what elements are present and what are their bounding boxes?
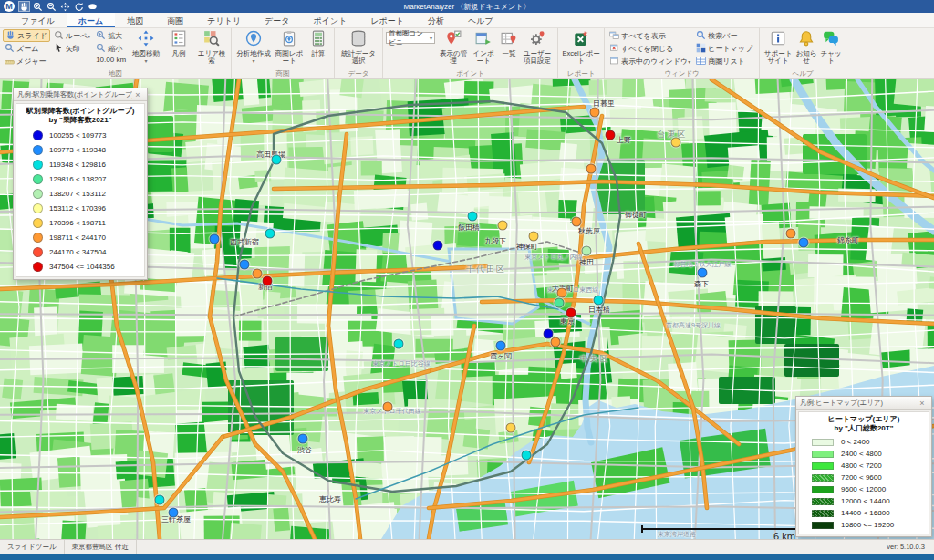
menu-tab-レポート[interactable]: レポート bbox=[358, 13, 416, 27]
chat-button[interactable]: チャット bbox=[819, 29, 843, 67]
heatmap-legend-panel[interactable]: 凡例:ヒートマップ(エリア) × ヒートマップ(エリア) by "人口総数20T… bbox=[795, 396, 932, 537]
calculator-icon bbox=[310, 30, 327, 50]
station-marker[interactable] bbox=[698, 268, 708, 278]
import-button[interactable]: インポート bbox=[469, 29, 498, 67]
bubble-icon[interactable] bbox=[87, 1, 99, 12]
station-marker[interactable] bbox=[433, 241, 443, 251]
group-label-report: レポート bbox=[561, 68, 601, 78]
station-marker[interactable] bbox=[468, 212, 478, 222]
menu-tab-商圏[interactable]: 商圏 bbox=[155, 13, 195, 27]
station-marker[interactable] bbox=[253, 269, 263, 279]
point-legend-heading-line1: 駅別乗降客数(ポイントグループ) bbox=[20, 107, 140, 116]
station-marker[interactable] bbox=[557, 288, 567, 298]
analysis-area-button[interactable]: 分析地作成 ▾ bbox=[234, 29, 273, 67]
zoom-in-map-button[interactable]: 拡大 bbox=[94, 29, 128, 42]
station-marker[interactable] bbox=[566, 308, 576, 318]
point-group-dropdown[interactable]: 首都圏コンビニ▾ bbox=[386, 32, 435, 44]
station-marker[interactable] bbox=[298, 434, 308, 444]
legend-color-dot bbox=[33, 189, 43, 199]
display-management-button[interactable]: 表示の管理 bbox=[438, 29, 469, 67]
close-icon[interactable]: × bbox=[132, 90, 143, 99]
legend-button[interactable]: 凡例 bbox=[162, 29, 195, 58]
zoom-out-map-button[interactable]: 縮小 bbox=[94, 42, 128, 55]
station-marker[interactable] bbox=[786, 229, 796, 239]
station-marker[interactable] bbox=[169, 508, 179, 518]
trade-list-button[interactable]: 商圏リスト bbox=[694, 55, 754, 67]
ribbon-group-point: 首都圏コンビニ▾ 表示の管理 インポート 一覧 ユーザー項目設定 bbox=[383, 28, 558, 78]
heatmap-legend-item: 9600 < 12000 bbox=[803, 483, 925, 495]
point-legend-panel[interactable]: 凡例:駅別乗降客数(ポイントグループ) × 駅別乗降客数(ポイントグループ) b… bbox=[13, 88, 148, 280]
station-marker[interactable] bbox=[383, 402, 393, 412]
zoom-button[interactable]: ズーム bbox=[3, 42, 50, 55]
station-marker[interactable] bbox=[506, 423, 516, 433]
area-search-button[interactable]: エリア検索 bbox=[195, 29, 228, 67]
menu-tab-分析[interactable]: 分析 bbox=[416, 13, 456, 27]
station-marker[interactable] bbox=[272, 155, 282, 165]
station-marker[interactable] bbox=[555, 298, 565, 308]
ribbon-group-report: Excelレポート レポート bbox=[558, 28, 605, 78]
dropdown-caret: ▾ bbox=[253, 58, 255, 64]
point-legend-titlebar[interactable]: 凡例:駅別乗降客数(ポイントグループ) × bbox=[14, 88, 147, 101]
station-marker[interactable] bbox=[799, 238, 809, 248]
station-marker[interactable] bbox=[529, 232, 539, 242]
app-logo-icon[interactable]: M bbox=[4, 1, 15, 12]
menu-tab-地図[interactable]: 地図 bbox=[115, 13, 155, 27]
station-marker[interactable] bbox=[496, 341, 506, 351]
excel-report-button[interactable]: Excelレポート bbox=[561, 29, 601, 67]
show-all-button[interactable]: すべてを表示 bbox=[607, 29, 692, 42]
refresh-icon[interactable] bbox=[73, 1, 85, 12]
station-marker[interactable] bbox=[498, 221, 508, 231]
heatmap-button[interactable]: ヒートマップ bbox=[694, 42, 754, 55]
station-marker[interactable] bbox=[590, 108, 600, 118]
menu-tab-ヘルプ[interactable]: ヘルプ bbox=[456, 13, 505, 27]
station-marker[interactable] bbox=[572, 217, 582, 227]
zoom-in-icon[interactable] bbox=[32, 1, 44, 12]
station-marker[interactable] bbox=[155, 495, 165, 505]
menu-tab-ポイント[interactable]: ポイント bbox=[302, 13, 359, 27]
stat-data-select-button[interactable]: 統計データ選択 bbox=[337, 29, 379, 67]
support-site-button[interactable]: サポートサイト bbox=[763, 29, 794, 67]
station-marker[interactable] bbox=[210, 234, 220, 244]
trade-report-button[interactable]: 商圏レポート bbox=[273, 29, 306, 67]
menu-tab-テリトリ[interactable]: テリトリ bbox=[195, 13, 253, 27]
menu-tab-ホーム[interactable]: ホーム bbox=[67, 13, 115, 27]
search-bar-button[interactable]: 検索バー bbox=[694, 29, 754, 42]
zoom-out-icon[interactable] bbox=[46, 1, 57, 12]
station-marker[interactable] bbox=[394, 339, 404, 349]
table-icon bbox=[696, 56, 708, 67]
loupe-button[interactable]: ルーペ▾ bbox=[52, 29, 92, 42]
station-marker[interactable] bbox=[522, 451, 532, 461]
status-location: 東京都豊島区 付近 bbox=[65, 540, 137, 554]
close-all-button[interactable]: すべてを閉じる bbox=[607, 42, 692, 55]
ribbon-group-help: サポートサイト お知らせ チャット ヘルプ bbox=[760, 28, 846, 78]
menu-tab-データ[interactable]: データ bbox=[253, 13, 301, 27]
station-marker[interactable] bbox=[582, 246, 592, 256]
menu-tab-ファイル[interactable]: ファイル bbox=[9, 13, 67, 27]
station-marker[interactable] bbox=[265, 229, 275, 239]
chat-icon bbox=[823, 30, 839, 50]
station-marker[interactable] bbox=[671, 138, 681, 148]
station-marker[interactable] bbox=[594, 296, 604, 306]
user-item-settings-button[interactable]: ユーザー項目設定 bbox=[520, 29, 555, 67]
close-icon[interactable]: × bbox=[917, 399, 928, 408]
map-scale-value[interactable]: 10.00 km bbox=[94, 55, 128, 65]
visible-windows-button[interactable]: 表示中のウィンドウ▾ bbox=[607, 55, 692, 67]
calculate-button[interactable]: 計算 bbox=[306, 29, 331, 58]
map-move-button[interactable]: 地図移動 ▾ bbox=[130, 29, 162, 67]
station-marker[interactable] bbox=[263, 276, 273, 286]
measure-button[interactable]: メジャー bbox=[3, 55, 50, 67]
station-marker[interactable] bbox=[551, 337, 561, 347]
group-label-window: ウィンドウ bbox=[607, 68, 756, 78]
arrow-button[interactable]: 矢印 bbox=[52, 42, 92, 55]
station-marker[interactable] bbox=[606, 130, 616, 140]
pan-icon[interactable] bbox=[59, 1, 71, 12]
heatmap-legend-item: 16800 <= 19200 bbox=[803, 519, 925, 531]
slide-button[interactable]: スライド bbox=[3, 29, 50, 42]
list-button[interactable]: 一覧 bbox=[498, 29, 520, 58]
station-marker[interactable] bbox=[586, 164, 597, 174]
legend-range-label: 4800 < 7200 bbox=[841, 461, 882, 470]
notice-button[interactable]: お知らせ bbox=[794, 29, 819, 67]
station-marker[interactable] bbox=[240, 260, 250, 270]
heatmap-legend-titlebar[interactable]: 凡例:ヒートマップ(エリア) × bbox=[796, 397, 931, 410]
slide-tool-icon[interactable] bbox=[18, 1, 30, 12]
